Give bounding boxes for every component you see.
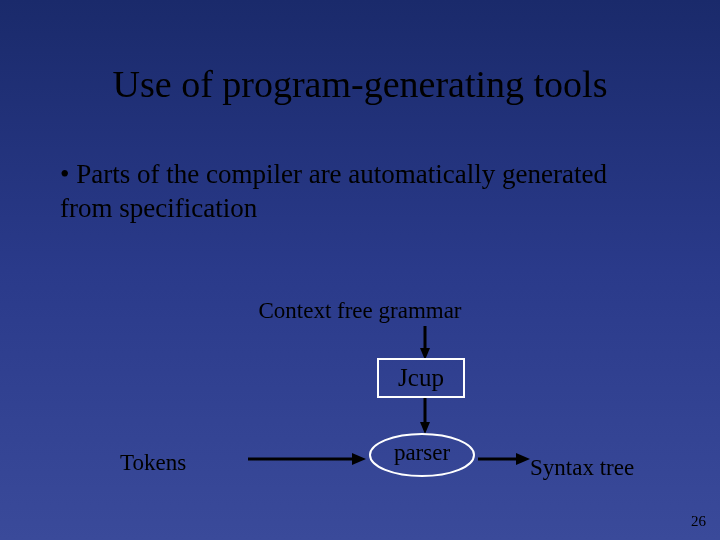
bullet-point: Parts of the compiler are automatically … <box>60 158 660 226</box>
arrow-right-icon <box>478 449 530 469</box>
arrow-down-icon <box>420 398 430 434</box>
svg-marker-8 <box>516 453 530 465</box>
svg-marker-6 <box>352 453 366 465</box>
syntax-tree-label: Syntax tree <box>530 455 634 481</box>
tokens-label: Tokens <box>120 450 186 476</box>
page-number: 26 <box>691 513 706 530</box>
tool-box: Jcup <box>377 358 465 398</box>
arrow-right-icon <box>248 449 366 469</box>
context-free-grammar-label: Context free grammar <box>0 298 720 324</box>
arrow-down-icon <box>420 326 430 360</box>
tool-box-label: Jcup <box>398 364 444 392</box>
parser-label: parser <box>368 440 476 466</box>
slide-title: Use of program-generating tools <box>0 62 720 106</box>
